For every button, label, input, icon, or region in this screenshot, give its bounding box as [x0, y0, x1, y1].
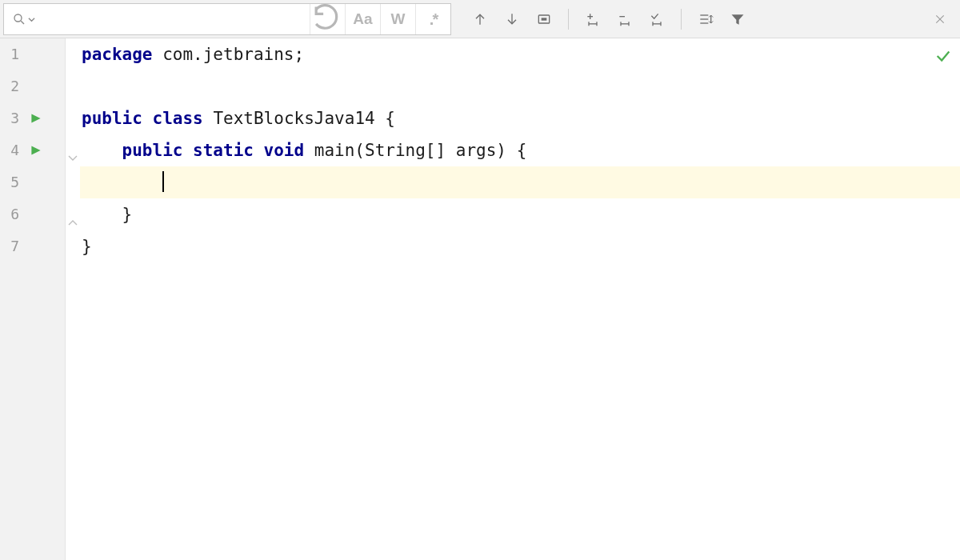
- code-token: }: [82, 237, 92, 256]
- gutter-row: 1: [0, 38, 65, 70]
- gutter-row: 6: [0, 198, 65, 230]
- line-number: 1: [0, 38, 22, 70]
- code-token: com.jetbrains;: [162, 45, 304, 64]
- match-case-toggle[interactable]: Aa: [345, 4, 380, 34]
- line-number: 2: [0, 70, 22, 102]
- line-number: 4: [0, 134, 22, 166]
- code-line[interactable]: }: [80, 198, 960, 230]
- code-area[interactable]: package com.jetbrains;public class TextB…: [80, 38, 960, 560]
- search-icon[interactable]: [4, 12, 40, 26]
- line-number: 7: [0, 230, 22, 262]
- find-toolbar: Aa W .*: [0, 0, 960, 38]
- select-all-button[interactable]: [530, 5, 558, 34]
- toolbar-actions: [451, 0, 960, 38]
- code-token: main(String[] args) {: [314, 141, 527, 160]
- fold-open-icon[interactable]: [67, 144, 78, 176]
- gutter-row: 3: [0, 102, 65, 134]
- toolbar-separator: [568, 9, 569, 30]
- code-line[interactable]: package com.jetbrains;: [80, 38, 960, 70]
- search-history-icon[interactable]: [310, 4, 345, 34]
- add-selection-button[interactable]: [578, 5, 607, 34]
- text-caret: [162, 171, 164, 192]
- code-token: }: [82, 205, 132, 224]
- gutter-row: 5: [0, 166, 65, 198]
- gutter-row: 4: [0, 134, 65, 166]
- select-occurrences-button[interactable]: [642, 5, 671, 34]
- gutter: 1234567: [0, 38, 66, 560]
- filter-button[interactable]: [723, 5, 752, 34]
- remove-selection-button[interactable]: [610, 5, 639, 34]
- code-token: TextBlocksJava14 {: [213, 109, 395, 128]
- svg-point-0: [14, 14, 22, 22]
- gutter-row: 2: [0, 70, 65, 102]
- search-input[interactable]: [40, 4, 310, 34]
- run-gutter-icon[interactable]: [30, 134, 42, 166]
- whole-words-toggle[interactable]: W: [380, 4, 415, 34]
- code-line[interactable]: public static void main(String[] args) {: [80, 134, 960, 166]
- svg-rect-5: [542, 18, 547, 20]
- code-line[interactable]: public class TextBlocksJava14 {: [80, 102, 960, 134]
- code-line[interactable]: }: [80, 230, 960, 262]
- code-line[interactable]: [80, 166, 960, 198]
- keyword-token: package: [82, 45, 162, 64]
- line-number: 5: [0, 166, 22, 198]
- next-occurrence-button[interactable]: [498, 5, 526, 34]
- search-options: Aa W .*: [310, 4, 450, 34]
- run-gutter-icon[interactable]: [30, 102, 42, 134]
- fold-close-icon[interactable]: [67, 208, 78, 240]
- code-token: [82, 173, 162, 192]
- analysis-ok-icon: [934, 43, 952, 75]
- search-field-wrap: Aa W .*: [3, 3, 451, 35]
- svg-line-1: [21, 21, 24, 24]
- code-line[interactable]: [80, 70, 960, 102]
- regex-toggle[interactable]: .*: [415, 4, 450, 34]
- fold-column: [66, 38, 80, 560]
- code-editor[interactable]: 1234567 package com.jetbrains;public cla…: [0, 38, 960, 560]
- keyword-token: public static void: [122, 141, 314, 160]
- keyword-token: public class: [82, 109, 213, 128]
- prev-occurrence-button[interactable]: [466, 5, 494, 34]
- find-in-selection-button[interactable]: [691, 5, 720, 34]
- line-number: 6: [0, 198, 22, 230]
- close-find-bar-button[interactable]: [928, 7, 952, 31]
- code-token: [82, 141, 122, 160]
- gutter-row: 7: [0, 230, 65, 262]
- line-number: 3: [0, 102, 22, 134]
- toolbar-separator: [681, 9, 682, 30]
